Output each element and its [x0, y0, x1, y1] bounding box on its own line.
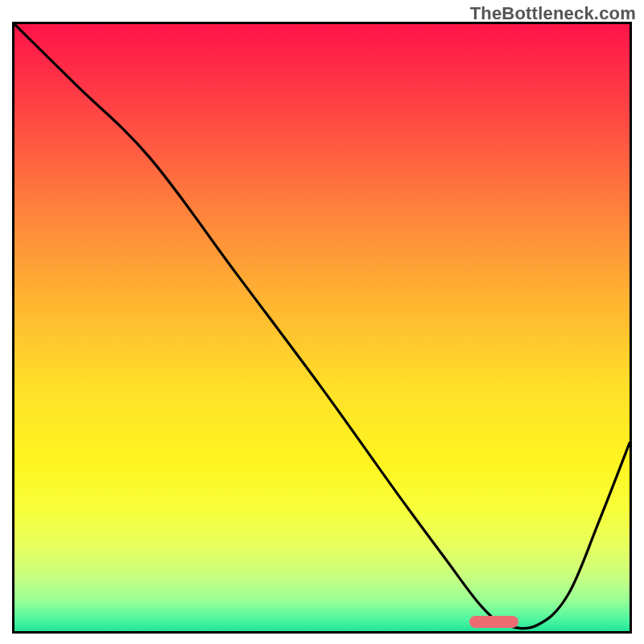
watermark-text: TheBottleneck.com — [470, 3, 636, 24]
highlight-marker — [469, 616, 518, 628]
plot-area — [12, 22, 632, 634]
chart-container: TheBottleneck.com — [0, 0, 644, 644]
line-curve — [14, 24, 630, 631]
